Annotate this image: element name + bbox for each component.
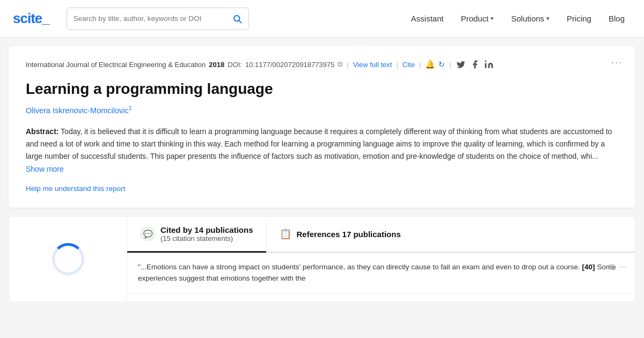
nav-links: Assistant Product ▾ Solutions ▾ Pricing … [405, 10, 631, 27]
citation-card: "...Emotions can have a strong impact on… [127, 253, 635, 293]
cited-by-icon: 💬 [140, 226, 155, 241]
chevron-down-icon: ▾ [546, 15, 550, 22]
navbar: scite_ Assistant Product ▾ Solutions ▾ P… [0, 0, 644, 38]
abstract: Abstract: Today, it is believed that it … [26, 126, 618, 175]
nav-product[interactable]: Product ▾ [455, 10, 501, 27]
copy-doi-icon[interactable]: ⧉ [338, 60, 342, 69]
citations-panel: 💬 Cited by 14 publications (15 citation … [127, 216, 635, 302]
show-more-link[interactable]: Show more [26, 165, 64, 173]
separator: | [449, 61, 451, 69]
separator: | [396, 61, 398, 69]
bottom-panel: 💬 Cited by 14 publications (15 citation … [9, 216, 635, 302]
journal-name: International Journal of Electrical Engi… [26, 61, 206, 69]
tab-cited-by[interactable]: 💬 Cited by 14 publications (15 citation … [127, 217, 266, 253]
copy-citation-icon[interactable]: ⧉ [609, 260, 615, 274]
publication-year: 2018 [209, 61, 224, 69]
loading-spinner [52, 243, 84, 275]
nav-blog[interactable]: Blog [602, 10, 631, 27]
paper-author[interactable]: Olivera Iskrenovic-Momcilovic1 [26, 105, 131, 115]
svg-line-1 [239, 20, 241, 23]
help-link[interactable]: Help me understand this report [26, 185, 125, 193]
social-icons [456, 59, 494, 70]
citation-ref: [40] [582, 263, 595, 271]
nav-assistant[interactable]: Assistant [405, 10, 450, 27]
linkedin-icon[interactable] [484, 59, 494, 70]
svg-point-3 [485, 61, 486, 62]
paper-card: ··· International Journal of Electrical … [9, 46, 635, 208]
search-icon [232, 14, 242, 24]
view-full-text-link[interactable]: View full text [353, 61, 392, 69]
facebook-icon[interactable] [470, 59, 480, 70]
separator: | [419, 61, 421, 69]
citations-tabs: 💬 Cited by 14 publications (15 citation … [127, 217, 635, 253]
notification-bell-icon[interactable]: 🔔 [425, 60, 435, 69]
loading-spinner-icon: ↻ [438, 60, 445, 69]
more-citation-options-icon[interactable]: ··· [619, 260, 626, 274]
logo[interactable]: scite_ [13, 10, 49, 27]
references-icon: 📋 [280, 228, 291, 240]
meta-bar: International Journal of Electrical Engi… [26, 59, 618, 70]
nav-solutions[interactable]: Solutions ▾ [504, 10, 556, 27]
left-loader [9, 216, 127, 302]
doi-label: DOI: [228, 61, 242, 69]
twitter-icon[interactable] [456, 59, 466, 70]
main-content: ··· International Journal of Electrical … [0, 38, 644, 311]
separator: | [347, 61, 348, 69]
search-bar [67, 8, 249, 30]
paper-title: Learning a programming language [26, 79, 618, 99]
svg-rect-2 [485, 63, 486, 68]
references-label: References 17 publications [297, 230, 401, 239]
more-options-button[interactable]: ··· [611, 57, 623, 68]
abstract-label: Abstract: [26, 127, 58, 136]
citation-actions: ⧉ ··· [609, 260, 626, 274]
chevron-down-icon: ▾ [491, 15, 494, 22]
nav-pricing[interactable]: Pricing [560, 10, 598, 27]
abstract-text: Today, it is believed that it is difficu… [26, 127, 612, 160]
citation-statements-label: (15 citation statements) [160, 234, 253, 243]
citation-text: "...Emotions can have a strong impact on… [138, 263, 616, 283]
cite-link[interactable]: Cite [402, 61, 415, 69]
cited-by-label: Cited by 14 publications [160, 225, 253, 234]
doi-value: 10.1177/0020720918773975 [245, 61, 334, 69]
tab-references[interactable]: 📋 References 17 publications [267, 217, 414, 252]
search-input[interactable] [74, 14, 228, 23]
